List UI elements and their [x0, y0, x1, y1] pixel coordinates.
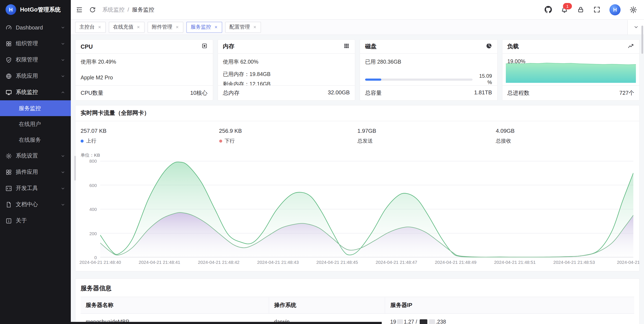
- disk-card-title: 磁盘: [365, 43, 376, 50]
- column-header: 服务器名称: [80, 297, 269, 313]
- sidebar-item-label: 文档中心: [16, 201, 38, 208]
- load-card-title: 负载: [507, 43, 519, 50]
- network-traffic-card: 实时网卡流量（全部网卡） 257.07 KB上行256.9 KB下行1.97GB…: [75, 105, 640, 271]
- refresh-icon: [89, 6, 96, 13]
- breadcrumb: 系统监控 / 服务监控: [102, 6, 154, 14]
- sidebar-item-dashboard[interactable]: Dashboard: [0, 19, 71, 36]
- topbar-nav-icons: [76, 6, 96, 13]
- net-stat-label-text: 上行: [86, 137, 96, 145]
- x-tick-label: 2024-04-21 21:48:45: [316, 259, 358, 265]
- legend-dot: [219, 140, 222, 143]
- menu-button[interactable]: [76, 6, 83, 13]
- breadcrumb-separator: /: [128, 7, 129, 13]
- sidebar-subitem[interactable]: 在线用户: [0, 116, 71, 132]
- x-tick-label: 2024-04-21 21:48:40: [80, 259, 121, 265]
- net-stat-label: 上行: [80, 137, 219, 145]
- load-sparkline: [506, 59, 636, 83]
- expand-icon: [593, 6, 600, 13]
- tab-item[interactable]: 服务监控: [186, 22, 222, 33]
- sidebar-item-plugin[interactable]: 插件应用: [0, 164, 71, 180]
- tab-item[interactable]: 配置管理: [225, 22, 261, 33]
- sidebar-item-label: 组织管理: [16, 40, 38, 47]
- sidebar-item-about[interactable]: 关于: [0, 213, 71, 229]
- github-button[interactable]: [545, 6, 552, 13]
- sidebar-item-org[interactable]: 组织管理: [0, 36, 71, 52]
- sidebar-item-label: 插件应用: [16, 168, 38, 176]
- net-stat: 4.09GB总接收: [496, 128, 634, 145]
- sidebar-item-label: 权限管理: [16, 56, 38, 64]
- gear-button[interactable]: [630, 6, 637, 14]
- close-icon[interactable]: [253, 25, 257, 29]
- settings-icon: [6, 153, 12, 159]
- tab-item[interactable]: 附件管理: [148, 22, 184, 33]
- series-area-1: [100, 213, 633, 257]
- chart-unit-label: 单位：KB: [80, 152, 100, 158]
- disk-card-icon: [486, 43, 492, 49]
- sidebar-item-devtools[interactable]: 开发工具: [0, 180, 71, 196]
- app-logo-row[interactable]: H HotGo管理系统: [0, 0, 71, 19]
- tab-item[interactable]: 在线充值: [109, 22, 144, 33]
- memory-used: 已用内存：19.84GB: [223, 71, 350, 78]
- main-area: 系统监控 / 服务监控 1H 主控台在线充值附件管理服务监控配置管理 CPU: [71, 0, 644, 324]
- net-stat-value: 256.9 KB: [219, 128, 358, 134]
- load-sparkline-chart: [506, 59, 636, 83]
- sidebar-subitem[interactable]: 服务监控: [0, 100, 71, 116]
- expand-button[interactable]: [593, 6, 600, 13]
- user-avatar[interactable]: H: [610, 4, 620, 15]
- sidebar-item-app[interactable]: 系统应用: [0, 68, 71, 84]
- close-icon[interactable]: [175, 25, 179, 29]
- cpu-model: Apple M2 Pro: [80, 75, 208, 81]
- memory-free: 剩余内存：12.16GB: [223, 81, 350, 85]
- cpu-footer-label: CPU数量: [80, 89, 104, 97]
- sidebar-item-permission[interactable]: 权限管理: [0, 52, 71, 68]
- sidebar-subitem[interactable]: 在线服务: [0, 132, 71, 148]
- cell-server-ip: 191.27 / .238: [385, 313, 634, 324]
- chevron-down-icon: [60, 202, 65, 207]
- bell-button[interactable]: 1: [561, 6, 568, 13]
- bottom-dark-strip: [71, 322, 382, 324]
- net-stat-label: 下行: [219, 137, 358, 145]
- page-scrollbar-thumb[interactable]: [642, 26, 643, 54]
- ip-redacted-block: [429, 319, 435, 324]
- lock-button[interactable]: [577, 6, 584, 13]
- chevron-down-icon: [60, 57, 65, 62]
- sidebar-item-monitor[interactable]: 系统监控: [0, 84, 71, 100]
- x-tick-label: 2024-04-21 21:48:49: [435, 259, 476, 265]
- tab-item[interactable]: 主控台: [75, 22, 106, 33]
- tab-label: 服务监控: [191, 24, 211, 31]
- net-stat-value: 1.97GB: [358, 128, 496, 134]
- topbar: 系统监控 / 服务监控 1H: [71, 0, 644, 20]
- cpu-card-title: CPU: [80, 43, 93, 50]
- chart-x-axis: 2024-04-21 21:48:402024-04-21 21:48:4120…: [100, 259, 633, 266]
- lock-icon: [577, 6, 584, 13]
- close-icon[interactable]: [136, 25, 140, 29]
- app-title: HotGo管理系统: [20, 6, 61, 14]
- refresh-button[interactable]: [89, 6, 96, 13]
- monitor-icon: [6, 89, 12, 95]
- chevron-down-icon: [60, 25, 65, 30]
- net-stat-value: 257.07 KB: [80, 128, 219, 134]
- sidebar-item-docs[interactable]: 文档中心: [0, 196, 71, 213]
- tab-label: 主控台: [79, 24, 95, 31]
- tab-label: 配置管理: [230, 24, 250, 31]
- sidebar-item-label: 系统应用: [16, 72, 38, 80]
- close-icon[interactable]: [98, 25, 102, 29]
- network-chart-area: 单位：KB 8006004002000 2024-04-21 21:48:402…: [100, 161, 633, 257]
- net-stats: 257.07 KB上行256.9 KB下行1.97GB总发送4.09GB总接收: [76, 121, 639, 146]
- ip-redacted-block: [397, 319, 403, 324]
- memory-card-icon: [343, 43, 350, 49]
- docs-icon: [6, 201, 12, 208]
- x-tick-label: 2024-04-21 21:48:42: [198, 259, 240, 265]
- net-stat-label-text: 总发送: [358, 137, 373, 145]
- disk-used: 已用 280.36GB: [365, 59, 492, 66]
- x-tick-label: 2024-04-21 21:48:41: [138, 259, 180, 265]
- chevron-down-icon: [60, 170, 65, 174]
- disk-percent-sign: %: [476, 79, 492, 85]
- breadcrumb-parent[interactable]: 系统监控: [102, 6, 124, 14]
- dashboard-icon: [6, 24, 12, 31]
- close-icon[interactable]: [214, 25, 218, 29]
- sidebar-item-settings[interactable]: 系统设置: [0, 148, 71, 164]
- page-content: CPU 使用率 20.49% Apple M2 Pro CPU数量 10核心 内…: [71, 35, 644, 324]
- sider-resize-handle[interactable]: [74, 156, 76, 181]
- memory-card-title: 内存: [223, 43, 234, 50]
